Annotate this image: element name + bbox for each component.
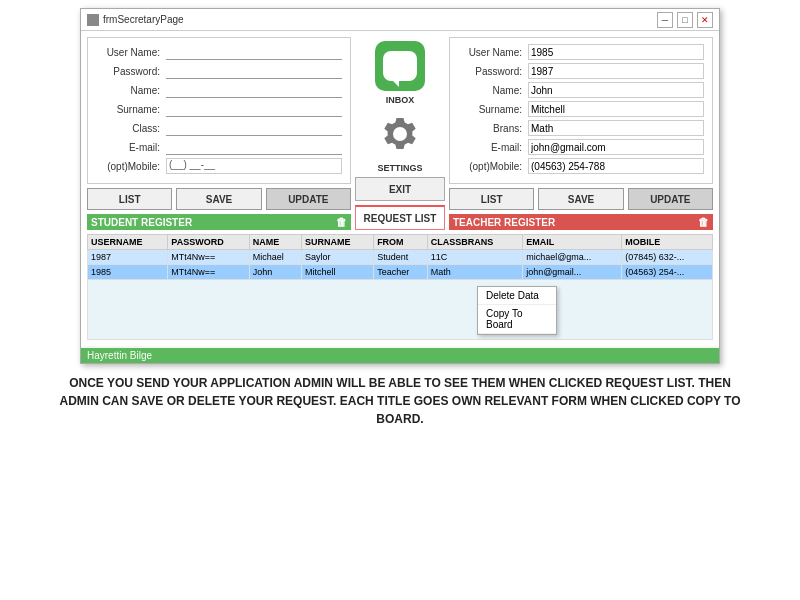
teacher-email-label: E-mail: bbox=[458, 142, 528, 153]
cell-mobile: (07845) 632-... bbox=[622, 250, 713, 265]
cell-surname: Mitchell bbox=[302, 265, 374, 280]
col-from: FROM bbox=[374, 235, 428, 250]
teacher-brans-input[interactable] bbox=[528, 120, 704, 136]
cell-password: MTt4Nw== bbox=[168, 250, 249, 265]
cell-username: 1985 bbox=[88, 265, 168, 280]
context-menu: Delete Data Copy To Board bbox=[477, 286, 557, 335]
student-class-row: Class: bbox=[96, 120, 342, 136]
cell-classbrans: 11C bbox=[427, 250, 522, 265]
teacher-name-label: Name: bbox=[458, 85, 528, 96]
student-email-input[interactable] bbox=[166, 139, 342, 155]
request-list-button[interactable]: REQUEST LIST bbox=[355, 205, 445, 230]
student-form: User Name: Password: Name: bbox=[87, 37, 351, 184]
teacher-name-row: Name: bbox=[458, 82, 704, 98]
table-row[interactable]: 1985 MTt4Nw== John Mitchell Teacher Math… bbox=[88, 265, 713, 280]
teacher-email-row: E-mail: bbox=[458, 139, 704, 155]
title-bar-left: frmSecretaryPage bbox=[87, 14, 184, 26]
cell-surname: Saylor bbox=[302, 250, 374, 265]
student-surname-input[interactable] bbox=[166, 101, 342, 117]
main-window: frmSecretaryPage ─ □ ✕ User Name: bbox=[80, 8, 720, 364]
student-username-row: User Name: bbox=[96, 44, 342, 60]
col-name: NAME bbox=[249, 235, 301, 250]
teacher-update-button[interactable]: UPDATE bbox=[628, 188, 713, 210]
student-class-label: Class: bbox=[96, 123, 166, 134]
cell-classbrans: Math bbox=[427, 265, 522, 280]
cell-password: MTt4Nw== bbox=[168, 265, 249, 280]
center-panel: INBOX SETTINGS EXIT REQUEST LIST bbox=[355, 37, 445, 230]
settings-label: SETTINGS bbox=[377, 163, 422, 173]
student-email-label: E-mail: bbox=[96, 142, 166, 153]
teacher-password-input[interactable] bbox=[528, 63, 704, 79]
student-class-input[interactable] bbox=[166, 120, 342, 136]
col-password: PASSWORD bbox=[168, 235, 249, 250]
student-list-button[interactable]: LIST bbox=[87, 188, 172, 210]
teacher-brans-row: Brans: bbox=[458, 120, 704, 136]
teacher-form: User Name: Password: Name: bbox=[449, 37, 713, 184]
student-name-row: Name: bbox=[96, 82, 342, 98]
cell-from: Student bbox=[374, 250, 428, 265]
minimize-button[interactable]: ─ bbox=[657, 12, 673, 28]
teacher-password-label: Password: bbox=[458, 66, 528, 77]
window-body: User Name: Password: Name: bbox=[81, 31, 719, 346]
cell-mobile: (04563) 254-... bbox=[622, 265, 713, 280]
student-password-input[interactable] bbox=[166, 63, 342, 79]
inbox-bubble bbox=[383, 51, 417, 81]
table-header-row: USERNAME PASSWORD NAME SURNAME FROM CLAS… bbox=[88, 235, 713, 250]
student-name-label: Name: bbox=[96, 85, 166, 96]
student-email-row: E-mail: bbox=[96, 139, 342, 155]
student-name-input[interactable] bbox=[166, 82, 342, 98]
teacher-panel: User Name: Password: Name: bbox=[449, 37, 713, 230]
student-password-label: Password: bbox=[96, 66, 166, 77]
student-panel: User Name: Password: Name: bbox=[87, 37, 351, 230]
cell-name: John bbox=[249, 265, 301, 280]
student-surname-row: Surname: bbox=[96, 101, 342, 117]
teacher-username-row: User Name: bbox=[458, 44, 704, 60]
teacher-mobile-input[interactable] bbox=[528, 158, 704, 174]
title-bar-controls: ─ □ ✕ bbox=[657, 12, 713, 28]
teacher-brans-label: Brans: bbox=[458, 123, 528, 134]
teacher-username-input[interactable] bbox=[528, 44, 704, 60]
bottom-description: ONCE YOU SEND YOUR APPLICATION ADMIN WIL… bbox=[50, 374, 750, 428]
col-classbrans: CLASSBRANS bbox=[427, 235, 522, 250]
teacher-surname-input[interactable] bbox=[528, 101, 704, 117]
table-wrapper: USERNAME PASSWORD NAME SURNAME FROM CLAS… bbox=[87, 234, 713, 340]
inbox-icon-container[interactable] bbox=[375, 41, 425, 91]
teacher-mobile-row: (opt)Mobile: bbox=[458, 158, 704, 174]
student-save-button[interactable]: SAVE bbox=[176, 188, 261, 210]
window-title: frmSecretaryPage bbox=[103, 14, 184, 25]
context-menu-delete[interactable]: Delete Data bbox=[478, 287, 556, 305]
teacher-surname-label: Surname: bbox=[458, 104, 528, 115]
teacher-name-input[interactable] bbox=[528, 82, 704, 98]
exit-button[interactable]: EXIT bbox=[355, 177, 445, 201]
cell-username: 1987 bbox=[88, 250, 168, 265]
teacher-save-button[interactable]: SAVE bbox=[538, 188, 623, 210]
cell-name: Michael bbox=[249, 250, 301, 265]
student-trash-icon[interactable]: 🗑 bbox=[336, 216, 347, 228]
student-username-input[interactable] bbox=[166, 44, 342, 60]
col-surname: SURNAME bbox=[302, 235, 374, 250]
context-menu-copy[interactable]: Copy To Board bbox=[478, 305, 556, 334]
student-password-row: Password: bbox=[96, 63, 342, 79]
maximize-button[interactable]: □ bbox=[677, 12, 693, 28]
student-update-button[interactable]: UPDATE bbox=[266, 188, 351, 210]
col-mobile: MOBILE bbox=[622, 235, 713, 250]
title-bar: frmSecretaryPage ─ □ ✕ bbox=[81, 9, 719, 31]
student-mobile-row: (opt)Mobile: (__) __-__ bbox=[96, 158, 342, 174]
status-bar-text: Hayrettin Bilge bbox=[87, 350, 152, 361]
student-mobile-input[interactable]: (__) __-__ bbox=[166, 158, 342, 174]
teacher-password-row: Password: bbox=[458, 63, 704, 79]
student-btn-row: LIST SAVE UPDATE bbox=[87, 188, 351, 210]
teacher-btn-row: LIST SAVE UPDATE bbox=[449, 188, 713, 210]
status-bar: Hayrettin Bilge bbox=[81, 348, 719, 363]
cell-email: john@gmail... bbox=[523, 265, 622, 280]
window-icon bbox=[87, 14, 99, 26]
student-section-header: STUDENT REGISTER 🗑 bbox=[87, 214, 351, 230]
teacher-list-button[interactable]: LIST bbox=[449, 188, 534, 210]
col-email: EMAIL bbox=[523, 235, 622, 250]
table-row[interactable]: 1987 MTt4Nw== Michael Saylor Student 11C… bbox=[88, 250, 713, 265]
teacher-email-input[interactable] bbox=[528, 139, 704, 155]
student-section-label: STUDENT REGISTER bbox=[91, 217, 192, 228]
teacher-trash-icon[interactable]: 🗑 bbox=[698, 216, 709, 228]
settings-icon-container[interactable] bbox=[375, 109, 425, 159]
close-button[interactable]: ✕ bbox=[697, 12, 713, 28]
